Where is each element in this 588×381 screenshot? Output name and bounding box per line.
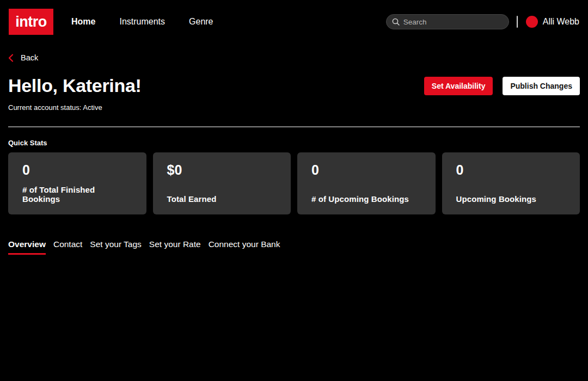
page-title: Hello, Katerina! [8,75,142,96]
account-status-text: Current account status: Active [8,103,580,112]
stat-value: 0 [22,162,132,178]
quick-stats-heading: Quick Stats [8,139,580,147]
main-nav: Home Instruments Genre [71,17,213,27]
tab-set-your-rate[interactable]: Set your Rate [149,239,201,255]
stat-value: $0 [167,162,277,178]
title-row: Hello, Katerina! Set Availability Publis… [8,75,580,96]
search-icon [392,18,400,26]
nav-item-instruments[interactable]: Instruments [119,17,165,27]
section-divider [8,126,580,127]
stat-card-total-earned: $0 Total Earned [153,152,291,214]
stat-label: # of Total Finished Bookings [22,185,132,204]
tab-connect-your-bank[interactable]: Connect your Bank [209,239,280,255]
top-nav-bar: intro Home Instruments Genre Alli Webb [0,0,588,44]
stat-label: Upcoming Bookings [456,194,566,204]
stat-card-finished-bookings: 0 # of Total Finished Bookings [8,152,146,214]
stat-value: 0 [311,162,421,178]
quick-stats-cards: 0 # of Total Finished Bookings $0 Total … [8,152,580,214]
stat-label: # of Upcoming Bookings [311,194,421,204]
search-input[interactable] [403,18,503,26]
stat-card-upcoming-bookings-count: 0 # of Upcoming Bookings [297,152,436,214]
stat-label: Total Earned [167,194,277,204]
nav-item-home[interactable]: Home [71,17,95,27]
stat-card-upcoming-bookings: 0 Upcoming Bookings [442,152,580,214]
stat-value: 0 [456,162,566,178]
tab-set-your-tags[interactable]: Set your Tags [90,239,142,255]
back-label: Back [21,53,38,62]
page-actions: Set Availability Publish Changes [424,77,580,95]
section-tabs: Overview Contact Set your Tags Set your … [8,239,580,255]
dashboard-content: Back Hello, Katerina! Set Availability P… [0,53,588,255]
back-button[interactable]: Back [8,53,38,62]
set-availability-button[interactable]: Set Availability [424,77,493,95]
nav-item-genre[interactable]: Genre [189,17,213,27]
tab-overview[interactable]: Overview [8,239,46,255]
user-avatar[interactable] [526,16,538,28]
search-bar[interactable] [386,14,509,29]
intro-logo[interactable]: intro [9,9,53,35]
header-divider [517,16,518,28]
publish-changes-button[interactable]: Publish Changes [503,77,580,95]
user-name[interactable]: Alli Webb [543,17,579,27]
tab-contact[interactable]: Contact [53,239,82,255]
chevron-left-icon [8,54,14,62]
